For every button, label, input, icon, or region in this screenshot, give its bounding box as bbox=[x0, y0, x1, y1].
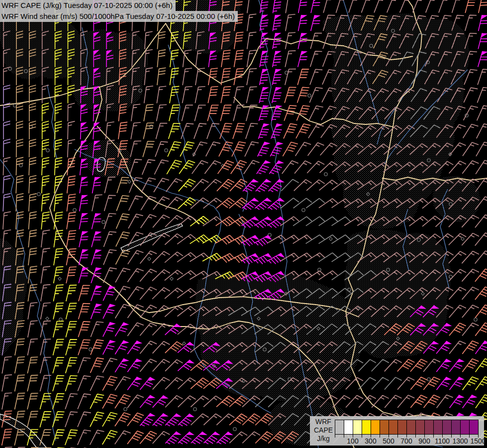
weather-map: WRF CAPE (J/kg) Tuesday 07-10-2025 00:00… bbox=[0, 0, 487, 448]
title-windshear: WRF Wind shear (m/s) 500/1000hPa Tuesday… bbox=[0, 11, 238, 22]
legend-swatch bbox=[389, 420, 398, 435]
legend-swatch bbox=[362, 420, 371, 435]
cape-legend: WRF CAPE J/kg 10030050070090011001300150… bbox=[310, 416, 484, 446]
legend-label-units: J/kg bbox=[312, 435, 335, 443]
legend-label-cape: CAPE bbox=[312, 426, 335, 435]
legend-swatch bbox=[433, 420, 443, 435]
legend-swatch bbox=[371, 420, 380, 435]
stipple-region bbox=[71, 29, 148, 112]
title-cape: WRF CAPE (J/kg) Tuesday 07-10-2025 00:00… bbox=[0, 0, 176, 11]
legend-swatch bbox=[451, 420, 461, 435]
legend-swatch bbox=[380, 420, 389, 435]
legend-swatch bbox=[415, 420, 425, 435]
legend-swatch bbox=[424, 420, 434, 435]
map-canvas bbox=[0, 0, 487, 448]
legend-swatch bbox=[335, 420, 344, 435]
legend-swatch bbox=[353, 420, 362, 435]
legend-label: WRF CAPE J/kg bbox=[312, 418, 335, 443]
legend-swatch bbox=[406, 420, 416, 435]
legend-swatch bbox=[442, 420, 452, 435]
legend-tick bbox=[335, 435, 335, 438]
stipple-region bbox=[0, 12, 81, 79]
legend-colorbar bbox=[335, 420, 479, 435]
legend-label-wrf: WRF bbox=[312, 418, 335, 426]
legend-swatch bbox=[344, 420, 353, 435]
legend-swatch bbox=[469, 420, 479, 435]
legend-swatch bbox=[397, 420, 407, 435]
legend-swatch bbox=[460, 420, 470, 435]
legend-tick-label: 1500 bbox=[468, 437, 487, 445]
